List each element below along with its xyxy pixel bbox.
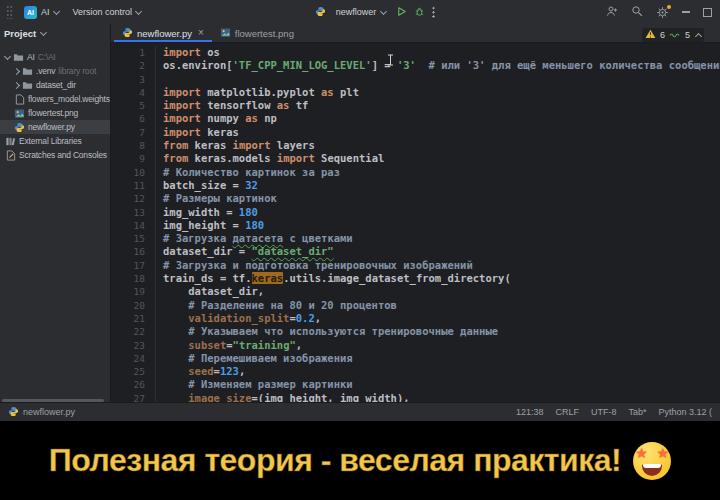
run-button[interactable] xyxy=(396,6,407,19)
maximize-button[interactable] xyxy=(703,8,712,17)
interpreter[interactable]: Python 3.12 ( xyxy=(658,407,712,417)
folder-icon xyxy=(22,66,33,77)
line-number[interactable]: 21 xyxy=(111,312,156,325)
code-text: # Указываем что используются тренировочн… xyxy=(163,325,498,338)
line-number[interactable]: 8 xyxy=(111,139,156,152)
code-line: 7import keras xyxy=(111,126,720,139)
version-control-widget[interactable]: Version control xyxy=(70,5,145,19)
line-separator[interactable]: CRLF xyxy=(555,407,579,417)
project-panel-header[interactable]: Project xyxy=(0,24,110,42)
line-number[interactable]: 6 xyxy=(111,112,156,125)
line-number[interactable]: 9 xyxy=(111,152,156,165)
line-number[interactable]: 10 xyxy=(111,166,156,179)
python-icon xyxy=(122,27,133,40)
chevron-down-icon xyxy=(52,7,59,14)
more-actions-icon[interactable] xyxy=(432,6,435,18)
code-line: 19 dataset_dir, xyxy=(111,285,720,298)
tree-item[interactable]: dataset_dir xyxy=(0,78,110,92)
ai-widget-label: AI xyxy=(41,7,50,17)
run-config-label: newflower xyxy=(336,7,377,17)
line-number[interactable]: 17 xyxy=(111,259,156,272)
minimize-button[interactable] xyxy=(682,11,690,13)
tree-item[interactable]: flowertest.png xyxy=(0,106,110,120)
python-icon xyxy=(315,6,326,19)
python-icon xyxy=(8,406,19,419)
line-number[interactable]: 20 xyxy=(111,299,156,312)
run-cluster: newflower xyxy=(315,5,436,19)
scratch-icon xyxy=(5,150,16,161)
line-number[interactable]: 18 xyxy=(111,272,156,285)
code-line: 25 seed=123, xyxy=(111,365,720,378)
code-line: 10# Количество картинок за раз xyxy=(111,166,720,179)
line-number[interactable]: 14 xyxy=(111,219,156,232)
code-area[interactable]: 1import os2os.environ['TF_CPP_MIN_LOG_LE… xyxy=(111,42,720,403)
code-text: # Разделение на 80 и 20 процентов xyxy=(163,299,397,312)
code-text: import matplotlib.pyplot as plt xyxy=(163,86,359,99)
run-config-selector[interactable]: newflower xyxy=(333,5,390,19)
line-number[interactable]: 13 xyxy=(111,206,156,219)
code-with-me-user-icon[interactable] xyxy=(606,5,618,19)
line-number[interactable]: 25 xyxy=(111,365,156,378)
image-icon xyxy=(220,27,231,40)
tree-item[interactable]: flowers_model.weights.h5 xyxy=(0,92,110,106)
close-tab-icon[interactable]: × xyxy=(198,28,204,38)
warning-icon xyxy=(645,29,656,41)
code-text: import tensorflow as tf xyxy=(163,99,308,112)
line-number[interactable]: 5 xyxy=(111,99,156,112)
project-panel-title: Project xyxy=(4,28,36,39)
window-grip[interactable] xyxy=(6,5,13,19)
chevron-right-icon[interactable] xyxy=(13,67,20,74)
line-number[interactable]: 24 xyxy=(111,352,156,365)
line-number[interactable]: 16 xyxy=(111,245,156,258)
tree-item-label: External Libraries xyxy=(19,136,82,146)
line-number[interactable]: 12 xyxy=(111,192,156,205)
search-icon[interactable] xyxy=(631,5,643,19)
line-number[interactable]: 11 xyxy=(111,179,156,192)
caret-position[interactable]: 121:38 xyxy=(516,407,544,417)
line-number[interactable]: 19 xyxy=(111,285,156,298)
chevron-down-icon[interactable] xyxy=(4,52,11,59)
code-line: 17# Загрузка и подготовка тренировочных … xyxy=(111,259,720,272)
tree-item[interactable]: .venvlibrary root xyxy=(0,64,110,78)
status-right-group: 121:38 CRLF UTF-8 Tab* Python 3.12 ( xyxy=(516,407,712,417)
code-text: seed=123, xyxy=(163,365,245,378)
line-number[interactable]: 3 xyxy=(111,73,156,86)
inspections-widget[interactable]: 6 5 xyxy=(642,28,704,42)
tab-newflower.py[interactable]: newflower.py× xyxy=(114,24,212,42)
code-line: 9from keras.models import Sequential xyxy=(111,152,720,165)
line-number[interactable]: 2 xyxy=(111,59,156,72)
tree-item-label: AI xyxy=(27,52,35,62)
tree-item[interactable]: External Libraries xyxy=(0,134,110,148)
code-text: dataset_dir, xyxy=(163,285,264,298)
code-text: import numpy as np xyxy=(163,112,277,125)
line-number[interactable]: 15 xyxy=(111,232,156,245)
line-number[interactable]: 4 xyxy=(111,86,156,99)
tab-label: newflower.py xyxy=(137,28,192,39)
chevron-right-icon[interactable] xyxy=(13,81,20,88)
tree-item[interactable]: newflower.py xyxy=(0,120,110,134)
tab-flowertest.png[interactable]: flowertest.png xyxy=(212,24,302,42)
code-line: 3 xyxy=(111,73,720,86)
line-number[interactable]: 1 xyxy=(111,46,156,59)
project-tree: AIC:\AI.venvlibrary rootdataset_dirflowe… xyxy=(0,50,110,162)
tree-item-label: .venv xyxy=(36,66,55,76)
tree-item[interactable]: AIC:\AI xyxy=(0,50,110,64)
debug-button[interactable] xyxy=(414,6,425,19)
line-number[interactable]: 23 xyxy=(111,339,156,352)
warnings-count: 6 xyxy=(660,30,665,40)
tree-item-meta: C:\AI xyxy=(38,52,56,62)
line-number[interactable]: 22 xyxy=(111,325,156,338)
status-file-name[interactable]: newflower.py xyxy=(23,407,75,417)
mouse-ibeam-cursor xyxy=(387,52,395,70)
file-encoding[interactable]: UTF-8 xyxy=(591,407,617,417)
settings-gear-icon[interactable] xyxy=(656,6,669,19)
tree-item[interactable]: Scratches and Consoles xyxy=(0,148,110,162)
line-number[interactable]: 26 xyxy=(111,378,156,391)
line-number[interactable]: 7 xyxy=(111,126,156,139)
status-bar: newflower.py 121:38 CRLF UTF-8 Tab* Pyth… xyxy=(0,402,720,421)
indent-style[interactable]: Tab* xyxy=(628,407,646,417)
code-line: 20 # Разделение на 80 и 20 процентов xyxy=(111,299,720,312)
ai-widget[interactable]: AI AI xyxy=(21,4,62,21)
chevron-down-icon xyxy=(135,7,142,14)
tree-item-label: Scratches and Consoles xyxy=(19,150,107,160)
